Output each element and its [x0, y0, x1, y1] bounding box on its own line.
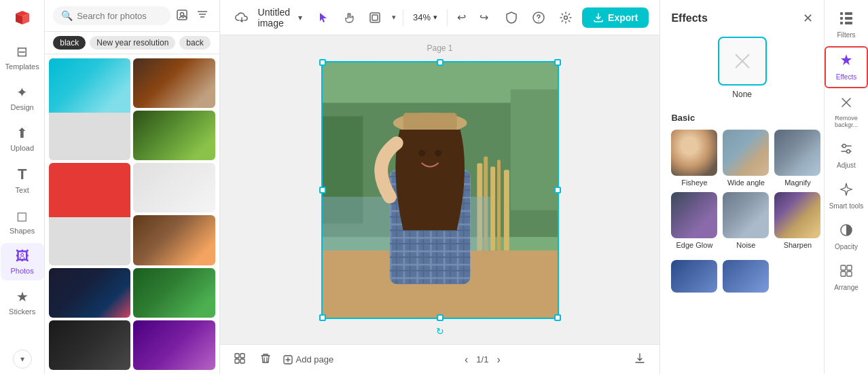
list-item[interactable] [49, 268, 130, 318]
tag-new-year[interactable]: New year resolution [90, 36, 175, 50]
effects-more-row [671, 260, 813, 293]
canvas-frame[interactable]: ↻ [321, 61, 559, 319]
list-item[interactable] [133, 268, 215, 318]
list-item[interactable] [133, 111, 215, 160]
sidebar-item-design[interactable]: ✦ Design [1, 79, 44, 117]
image-search-btn[interactable] [176, 9, 188, 23]
effect-fisheye[interactable]: Fisheye [671, 130, 717, 187]
effects-panel: Effects ✕ None Basic Fisheye Wide angle … [659, 0, 824, 374]
page-label: Page 1 [427, 43, 452, 53]
rotate-handle[interactable]: ↻ [433, 324, 447, 338]
handle-tl[interactable] [319, 59, 326, 66]
download-btn[interactable] [631, 350, 649, 370]
rail-item-remove-bg[interactable]: Remove backgr... [825, 90, 868, 134]
sidebar-item-label: Upload [10, 144, 34, 152]
add-page-button[interactable]: Add page [283, 354, 334, 365]
list-item[interactable] [49, 320, 130, 370]
photos-panel: 🔍 black New year resolution back [45, 0, 219, 374]
rail-item-opacity[interactable]: Opacity [825, 217, 868, 257]
sidebar-item-shapes[interactable]: ◻ Shapes [1, 202, 44, 240]
handle-mr[interactable] [554, 187, 561, 193]
export-button[interactable]: Export [582, 7, 649, 28]
list-item[interactable] [133, 215, 215, 265]
effect-blue1[interactable] [671, 260, 717, 293]
zoom-control[interactable]: 34% ▾ [409, 10, 441, 25]
effect-wide-angle[interactable]: Wide angle [723, 130, 769, 187]
effect-edge-glow-thumb [671, 192, 717, 238]
remove-bg-icon [839, 95, 854, 113]
list-item[interactable] [133, 320, 215, 370]
delete-btn[interactable] [257, 350, 274, 370]
sidebar-item-label: Photos [10, 267, 33, 275]
handle-ml[interactable] [319, 187, 326, 193]
svg-rect-49 [840, 12, 843, 15]
rail-item-adjust[interactable]: Adjust [825, 136, 868, 175]
rail-item-label: Remove backgr... [827, 115, 865, 129]
sidebar-item-templates[interactable]: ⊟ Templates [1, 38, 44, 76]
effect-sharpen[interactable]: Sharpen [774, 192, 820, 249]
opacity-icon [839, 223, 854, 241]
effect-blue2[interactable] [723, 260, 769, 293]
handle-bc[interactable] [437, 314, 444, 321]
canvas-wrapper: Page 1 [220, 35, 660, 344]
handle-br[interactable] [554, 314, 561, 321]
handle-tc[interactable] [437, 59, 444, 66]
rail-item-arrange[interactable]: Arrange [825, 258, 868, 297]
upload-icon: ⬆ [16, 125, 28, 141]
sidebar-item-photos[interactable]: 🖼 Photos [1, 243, 44, 280]
prev-page-btn[interactable]: ‹ [462, 351, 471, 369]
list-item[interactable] [49, 163, 130, 265]
rail-item-label: Opacity [835, 243, 858, 251]
sidebar-collapse-btn[interactable]: ▾ [13, 350, 32, 374]
next-page-btn[interactable]: › [494, 351, 503, 369]
filters-icon [839, 11, 854, 29]
settings-icon[interactable] [555, 8, 577, 27]
rail-item-label: Arrange [834, 284, 858, 292]
grid-view-btn[interactable] [231, 350, 249, 370]
footer-pagination: ‹ 1/1 › [462, 351, 503, 369]
hand-tool-btn[interactable] [339, 9, 359, 26]
search-input-wrap[interactable]: 🔍 [53, 6, 170, 25]
shield-icon[interactable] [501, 8, 522, 27]
help-icon[interactable] [528, 8, 549, 27]
svg-rect-45 [240, 359, 245, 363]
photos-icon: 🖼 [16, 248, 29, 264]
frame-tool-btn[interactable] [365, 9, 385, 26]
title-chevron-icon[interactable]: ▾ [295, 12, 305, 24]
effect-magnify-label: Magnify [784, 179, 811, 187]
list-item[interactable] [133, 163, 215, 212]
sidebar-item-text[interactable]: T Text [1, 160, 44, 200]
list-item[interactable] [49, 58, 130, 160]
tag-back[interactable]: back [179, 36, 210, 50]
search-input[interactable] [77, 11, 162, 21]
sidebar-item-upload[interactable]: ⬆ Upload [1, 119, 44, 157]
redo-btn[interactable]: ↪ [475, 8, 492, 26]
handle-tr[interactable] [554, 59, 561, 66]
svg-point-8 [538, 20, 539, 22]
undo-btn[interactable]: ↩ [453, 8, 470, 26]
svg-rect-42 [235, 354, 239, 358]
effect-noise[interactable]: Noise [723, 192, 769, 249]
effects-panel-close-btn[interactable]: ✕ [803, 11, 813, 26]
app-logo[interactable] [10, 5, 35, 30]
list-item[interactable] [133, 58, 215, 108]
effect-none-thumb[interactable] [718, 37, 767, 86]
effect-edge-glow[interactable]: Edge Glow [671, 192, 717, 249]
effect-magnify[interactable]: Magnify [774, 130, 820, 187]
select-tool-btn[interactable] [313, 9, 333, 26]
rail-item-effects[interactable]: Effects [825, 46, 868, 88]
divider [447, 10, 448, 26]
document-title[interactable]: Untitled image [258, 7, 290, 29]
rail-item-smart-tools[interactable]: Smart tools [825, 176, 868, 216]
svg-rect-62 [847, 265, 852, 270]
sidebar-item-stickers[interactable]: ★ Stickers [1, 283, 44, 321]
rail-item-label: Adjust [837, 162, 856, 170]
tag-black[interactable]: black [53, 36, 86, 50]
filter-btn[interactable] [194, 5, 211, 26]
rail-item-filters[interactable]: Filters [825, 5, 868, 45]
frame-chevron-icon[interactable]: ▾ [391, 12, 397, 23]
sidebar-item-label: Templates [5, 62, 39, 71]
cloud-save-btn[interactable] [231, 8, 253, 27]
handle-bl[interactable] [319, 314, 326, 321]
svg-rect-63 [847, 272, 852, 276]
